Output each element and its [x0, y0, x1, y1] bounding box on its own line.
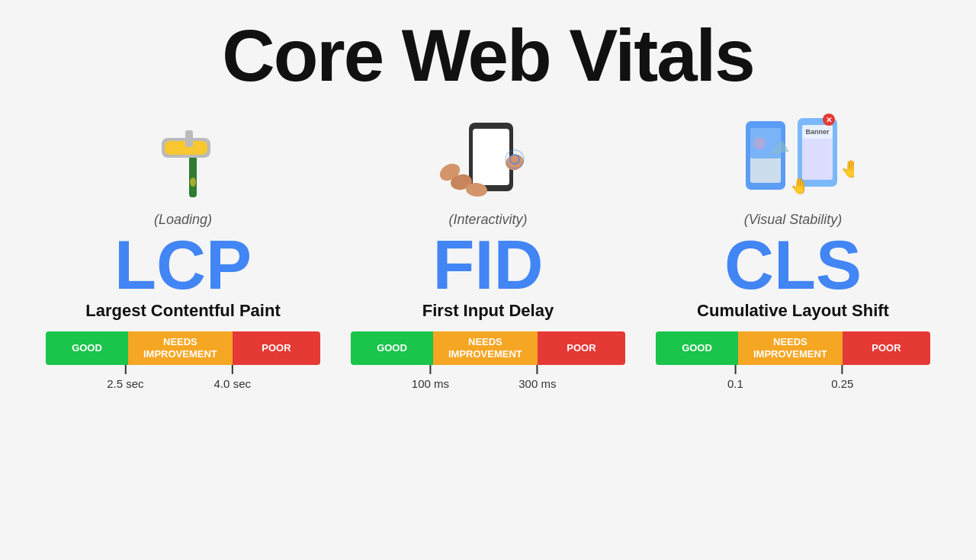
- fid-category: (Interactivity): [448, 212, 527, 228]
- fid-bar-good: GOOD: [351, 331, 433, 365]
- svg-rect-3: [185, 130, 193, 147]
- cls-bar: GOOD NEEDS IMPROVEMENT POOR: [656, 331, 930, 365]
- fid-poor-label: POOR: [563, 341, 599, 356]
- lcp-good-label: GOOD: [69, 341, 105, 356]
- fid-bar-poor: POOR: [538, 331, 625, 365]
- vital-card-fid: (Interactivity) FID First Input Delay GO…: [347, 104, 629, 388]
- fid-tick1: 100 ms: [412, 377, 449, 390]
- cls-poor-label: POOR: [868, 341, 904, 356]
- lcp-name: Largest Contentful Paint: [85, 301, 280, 321]
- cls-name: Cumulative Layout Shift: [697, 301, 889, 321]
- svg-text:Banner: Banner: [805, 128, 830, 136]
- svg-text:🤚: 🤚: [790, 177, 809, 195]
- lcp-icon: [114, 104, 252, 210]
- svg-text:✕: ✕: [826, 116, 832, 124]
- fid-tick2: 300 ms: [518, 377, 556, 390]
- vital-card-lcp: (Loading) LCP Largest Contentful Paint G…: [42, 104, 324, 388]
- cls-acronym: CLS: [724, 231, 862, 299]
- fid-icon: [419, 104, 557, 210]
- lcp-bar: GOOD NEEDS IMPROVEMENT POOR: [46, 331, 320, 365]
- lcp-tick1: 2.5 sec: [107, 377, 143, 390]
- fid-good-label: GOOD: [374, 341, 410, 356]
- svg-rect-6: [473, 129, 509, 185]
- vitals-row: (Loading) LCP Largest Contentful Paint G…: [30, 104, 946, 388]
- fid-bar-needs: NEEDS IMPROVEMENT: [433, 331, 538, 365]
- svg-rect-0: [189, 152, 197, 197]
- lcp-bar-needs: NEEDS IMPROVEMENT: [128, 331, 233, 365]
- fid-acronym: FID: [433, 231, 544, 299]
- fid-needs-label: NEEDS IMPROVEMENT: [445, 334, 525, 361]
- cls-bar-good: GOOD: [656, 331, 738, 365]
- lcp-bar-poor: POOR: [233, 331, 320, 365]
- cls-good-label: GOOD: [679, 341, 715, 356]
- cls-category: (Visual Stability): [744, 212, 843, 228]
- svg-text:🤚: 🤚: [840, 158, 854, 179]
- page-title: Core Web Vitals: [222, 15, 753, 96]
- cls-needs-label: NEEDS IMPROVEMENT: [750, 334, 830, 361]
- cls-bar-container: GOOD NEEDS IMPROVEMENT POOR 0.1 0.25: [656, 331, 930, 388]
- lcp-bar-good: GOOD: [46, 331, 128, 365]
- lcp-bar-container: GOOD NEEDS IMPROVEMENT POOR 2.5 sec 4.0 …: [46, 331, 320, 388]
- cls-tick1: 0.1: [727, 377, 743, 390]
- cls-bar-poor: POOR: [843, 331, 930, 365]
- lcp-poor-label: POOR: [258, 341, 294, 356]
- cls-bar-needs: NEEDS IMPROVEMENT: [738, 331, 843, 365]
- vital-card-cls: Banner ✕ 🤚 🤚 (Visual Stability) CLS Cumu…: [652, 104, 934, 388]
- cls-tick2: 0.25: [831, 377, 853, 390]
- svg-point-4: [190, 178, 196, 187]
- lcp-category: (Loading): [154, 212, 212, 228]
- lcp-tick2: 4.0 sec: [214, 377, 251, 390]
- svg-point-16: [753, 137, 766, 149]
- fid-name: First Input Delay: [422, 301, 554, 321]
- cls-icon: Banner ✕ 🤚 🤚: [724, 104, 862, 210]
- lcp-needs-label: NEEDS IMPROVEMENT: [140, 334, 220, 361]
- fid-bar: GOOD NEEDS IMPROVEMENT POOR: [351, 331, 625, 365]
- fid-bar-container: GOOD NEEDS IMPROVEMENT POOR 100 ms 300 m…: [351, 331, 625, 388]
- lcp-acronym: LCP: [114, 231, 252, 299]
